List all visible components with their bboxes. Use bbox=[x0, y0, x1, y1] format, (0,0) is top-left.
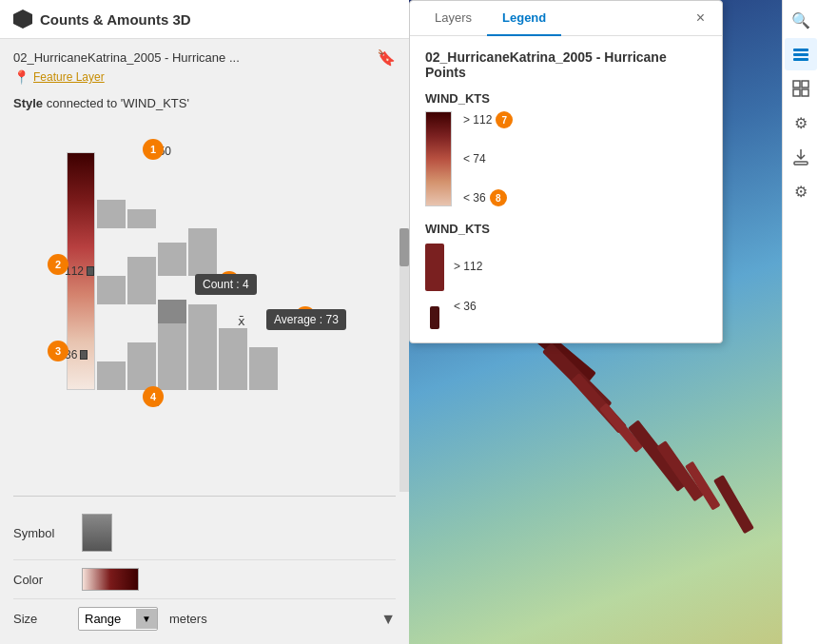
legend-label-bottom: < 36 8 bbox=[463, 189, 513, 206]
layer-name-text: 02_HurricaneKatrina_2005 - Hurricane ... bbox=[13, 50, 377, 65]
svg-rect-12 bbox=[158, 300, 186, 323]
tab-legend[interactable]: Legend bbox=[487, 1, 561, 36]
left-panel: Counts & Amounts 3D 02_HurricaneKatrina_… bbox=[0, 0, 409, 644]
histogram-svg bbox=[97, 152, 306, 390]
badge-3: 3 bbox=[48, 341, 68, 361]
histogram: 150 30 112 36 1 2 3 4 5 6 Count : 4 x̄ A… bbox=[10, 124, 390, 409]
slider-112[interactable]: 112 bbox=[65, 264, 94, 278]
svg-rect-7 bbox=[127, 257, 156, 304]
svg-rect-0 bbox=[97, 361, 126, 390]
badge-7: 7 bbox=[496, 111, 513, 128]
scroll-thumb[interactable] bbox=[399, 228, 409, 266]
size-small-icon bbox=[430, 306, 439, 329]
size-label-lt36: < 36 bbox=[454, 300, 482, 313]
legend-label-gt112: > 112 bbox=[463, 113, 492, 127]
overlay-title: 02_HurricaneKatrina_2005 - Hurricane Poi… bbox=[425, 49, 707, 80]
chart-area: 150 30 112 36 1 2 3 4 5 6 Count : 4 x̄ A… bbox=[0, 114, 409, 492]
svg-rect-9 bbox=[188, 228, 217, 276]
symbol-row: Symbol bbox=[13, 506, 396, 560]
bookmark-icon[interactable]: 🔖 bbox=[377, 49, 396, 67]
legend-field-2: WIND_KTS bbox=[425, 222, 707, 236]
size-row-expand-icon[interactable]: ▼ bbox=[380, 611, 396, 628]
style-label: Style connected to 'WIND_KTS' bbox=[0, 90, 409, 114]
legend-gradient-bar bbox=[425, 111, 452, 206]
svg-rect-25 bbox=[793, 49, 808, 51]
svg-rect-32 bbox=[794, 162, 808, 165]
settings-area: Symbol Color Size Range ▼ meters ▼ bbox=[0, 500, 409, 644]
badge-4: 4 bbox=[143, 386, 164, 407]
legend-gradient-section: WIND_KTS > 112 7 < 74 < 36 8 bbox=[425, 91, 707, 206]
app-icon bbox=[13, 10, 32, 29]
size-select[interactable]: Range bbox=[79, 608, 136, 630]
pin-icon: 📍 bbox=[13, 69, 29, 85]
svg-rect-6 bbox=[97, 276, 126, 304]
svg-rect-26 bbox=[793, 53, 808, 56]
grid-icon bbox=[791, 79, 810, 98]
svg-rect-8 bbox=[158, 243, 186, 276]
svg-rect-27 bbox=[793, 58, 808, 61]
legend-label-lt74: < 74 bbox=[463, 152, 486, 166]
size-label: Size bbox=[13, 612, 70, 626]
avg-symbol: x̄ bbox=[238, 314, 245, 328]
legend-size-row: > 112 < 36 bbox=[425, 244, 707, 329]
panel-header: Counts & Amounts 3D bbox=[0, 0, 409, 39]
size-select-wrapper[interactable]: Range ▼ bbox=[78, 607, 158, 631]
legend-size-section: WIND_KTS > 112 < 36 bbox=[425, 222, 707, 329]
svg-rect-28 bbox=[793, 81, 800, 88]
size-label-gt112: > 112 bbox=[454, 260, 482, 273]
badge-8: 8 bbox=[490, 189, 507, 206]
feature-layer-link[interactable]: Feature Layer bbox=[33, 70, 105, 84]
layers-icon bbox=[791, 45, 810, 64]
color-preview[interactable] bbox=[82, 568, 139, 591]
legend-label-top: > 112 7 bbox=[463, 111, 513, 128]
config-button[interactable]: ⚙ bbox=[785, 175, 817, 207]
handle-bar-36[interactable] bbox=[80, 350, 88, 360]
style-connected-text: connected to 'WIND_KTS' bbox=[47, 96, 189, 110]
grid-button[interactable] bbox=[785, 72, 817, 105]
export-button[interactable] bbox=[785, 141, 817, 173]
legend-field-1: WIND_KTS bbox=[425, 91, 707, 106]
right-side: Layers Legend × 02_HurricaneKatrina_2005… bbox=[409, 0, 818, 644]
legend-label-mid: < 74 bbox=[463, 152, 513, 166]
svg-rect-2 bbox=[158, 323, 186, 390]
symbol-preview[interactable] bbox=[82, 514, 112, 552]
close-overlay-button[interactable]: × bbox=[689, 1, 712, 35]
legend-gradient-row: > 112 7 < 74 < 36 8 bbox=[425, 111, 707, 206]
svg-rect-30 bbox=[793, 89, 800, 96]
overlay-body: 02_HurricaneKatrina_2005 - Hurricane Poi… bbox=[410, 36, 722, 342]
size-row: Size Range ▼ meters ▼ bbox=[13, 599, 396, 638]
handle-bar-112[interactable] bbox=[87, 266, 94, 276]
layers-button[interactable] bbox=[785, 38, 817, 70]
size-large-icon bbox=[425, 244, 444, 291]
divider-1 bbox=[13, 496, 396, 497]
svg-rect-1 bbox=[127, 342, 156, 390]
layer-info: 02_HurricaneKatrina_2005 - Hurricane ...… bbox=[0, 39, 409, 90]
overlay-panel: Layers Legend × 02_HurricaneKatrina_2005… bbox=[409, 0, 723, 343]
size-unit: meters bbox=[169, 612, 207, 626]
count-tooltip: Count : 4 bbox=[195, 274, 257, 295]
svg-rect-5 bbox=[249, 347, 278, 390]
color-label: Color bbox=[13, 573, 70, 587]
search-button[interactable]: 🔍 bbox=[785, 4, 817, 36]
svg-rect-10 bbox=[97, 200, 126, 228]
layer-name-row: 02_HurricaneKatrina_2005 - Hurricane ...… bbox=[13, 49, 396, 67]
legend-label-lt36: < 36 bbox=[463, 191, 486, 205]
svg-rect-29 bbox=[802, 81, 808, 88]
legend-labels: > 112 7 < 74 < 36 8 bbox=[463, 111, 513, 206]
settings-button[interactable]: ⚙ bbox=[785, 107, 817, 139]
badge-2: 2 bbox=[48, 254, 68, 275]
dropdown-arrow-icon[interactable]: ▼ bbox=[136, 609, 157, 629]
app-title: Counts & Amounts 3D bbox=[40, 11, 191, 28]
badge-1: 1 bbox=[143, 139, 164, 160]
tab-layers[interactable]: Layers bbox=[419, 1, 487, 36]
size-labels: > 112 < 36 bbox=[454, 260, 482, 313]
size-icons bbox=[425, 244, 444, 329]
feature-layer-row: 📍 Feature Layer bbox=[13, 69, 396, 85]
overlay-tabs: Layers Legend × bbox=[410, 1, 722, 36]
avg-tooltip: Average : 73 bbox=[266, 309, 346, 330]
scroll-track[interactable] bbox=[399, 228, 409, 492]
svg-rect-31 bbox=[802, 89, 808, 96]
export-icon bbox=[791, 147, 810, 166]
side-toolbar: 🔍 ⚙ ⚙ bbox=[782, 0, 818, 644]
svg-rect-4 bbox=[219, 328, 247, 390]
